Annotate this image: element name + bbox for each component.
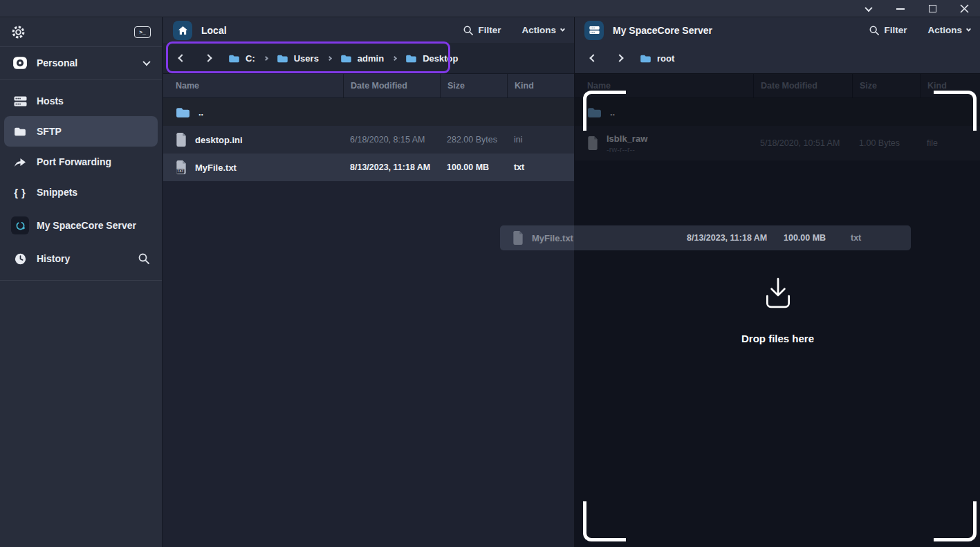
actions-button[interactable]: Actions [927, 25, 970, 35]
local-breadcrumb-bar: C: Users admin Desktop [163, 43, 574, 73]
filter-label: Filter [478, 25, 501, 35]
file-txt-icon: TXT [176, 160, 187, 174]
sidebar-item-label: Snippets [37, 187, 149, 198]
column-header-date-modified[interactable]: Date Modified [343, 74, 440, 98]
settings-gear-icon[interactable] [11, 25, 26, 39]
drop-corner-bracket [583, 91, 626, 131]
column-header-size[interactable]: Size [440, 74, 507, 98]
file-date: 6/18/2020, 8:15 AM [343, 135, 440, 145]
breadcrumb-label: admin [358, 53, 384, 64]
folder-icon [176, 106, 190, 118]
table-row-parent-dir[interactable]: .. [163, 98, 574, 126]
column-header-name[interactable]: Name [163, 74, 343, 98]
maximize-button[interactable] [916, 0, 948, 17]
curly-braces-icon: { } [12, 187, 28, 198]
vault-icon [12, 55, 28, 71]
chevron-right-icon [616, 54, 623, 62]
sidebar-item-hosts[interactable]: Hosts [0, 86, 162, 116]
workspace-selector-personal[interactable]: Personal [0, 47, 162, 79]
file-kind: txt [507, 163, 574, 172]
actions-button[interactable]: Actions [521, 25, 564, 35]
sidebar-toolbar: >_ [0, 17, 162, 46]
filter-button[interactable]: Filter [463, 25, 501, 35]
server-pane: My SpaceCore Server Filter Actions root … [574, 17, 980, 547]
table-row-myfile-txt-selected[interactable]: TXT MyFile.txt 8/13/2023, 11:18 AM 100.0… [163, 154, 574, 181]
drop-zone-overlay[interactable]: Drop files here [575, 73, 980, 547]
clock-icon [12, 253, 28, 265]
local-file-list: .. desktop.ini 6/18/2020, 8:15 AM 282.00… [163, 98, 574, 181]
sidebar-item-label: Hosts [37, 95, 149, 106]
folder-icon [340, 54, 352, 63]
divider [0, 280, 162, 281]
window-controls [853, 0, 980, 17]
chevron-down-icon [142, 58, 150, 66]
breadcrumb-item-admin[interactable]: admin [340, 53, 384, 64]
forward-arrow-icon [12, 157, 28, 167]
sidebar-item-label: SFTP [37, 126, 149, 137]
search-icon [869, 26, 879, 35]
drop-files-here-label: Drop files here [741, 333, 814, 344]
drop-corner-bracket [934, 91, 977, 131]
forward-button[interactable] [199, 49, 217, 67]
new-terminal-icon[interactable]: >_ [134, 26, 151, 38]
sidebar-item-label: My SpaceCore Server [37, 220, 149, 231]
maximize-icon [929, 5, 936, 12]
workspace-label: Personal [37, 57, 144, 68]
folder-icon [405, 54, 417, 63]
file-name: desktop.ini [195, 135, 243, 145]
local-table-header: Name Date Modified Size Kind [163, 73, 574, 98]
back-button[interactable] [173, 49, 191, 67]
sidebar: >_ Personal Hosts [0, 17, 163, 547]
breadcrumb-label: Desktop [423, 53, 458, 64]
sidebar-item-label: History [37, 253, 138, 264]
table-row-desktop-ini[interactable]: desktop.ini 6/18/2020, 8:15 AM 282.00 By… [163, 126, 574, 154]
sidebar-item-label: Port Forwarding [37, 156, 149, 167]
titlebar [0, 0, 980, 17]
sidebar-item-my-spacecore-server[interactable]: My SpaceCore Server [0, 210, 162, 241]
breadcrumb-item-root[interactable]: root [640, 53, 674, 64]
chevron-left-icon [589, 54, 597, 62]
forward-button[interactable] [611, 49, 629, 67]
sidebar-item-history[interactable]: History [0, 243, 162, 274]
breadcrumb-label: root [657, 53, 674, 64]
sidebar-item-sftp[interactable]: SFTP [4, 116, 158, 147]
file-kind: ini [507, 135, 574, 145]
local-pane-header: Local Filter Actions [163, 17, 574, 43]
filter-button[interactable]: Filter [869, 25, 907, 35]
server-breadcrumb-bar: root [575, 43, 980, 73]
breadcrumb-item-users[interactable]: Users [277, 53, 319, 64]
home-icon [173, 21, 192, 40]
sidebar-item-snippets[interactable]: { } Snippets [0, 177, 162, 207]
chevron-right-icon [393, 57, 396, 60]
close-button[interactable] [948, 0, 980, 17]
search-icon[interactable] [138, 253, 149, 264]
sidebar-item-port-forwarding[interactable]: Port Forwarding [0, 147, 162, 177]
file-name: MyFile.txt [195, 163, 237, 173]
drop-corner-bracket [934, 501, 977, 541]
back-button[interactable] [584, 49, 602, 67]
actions-label: Actions [521, 25, 556, 35]
hosts-rack-icon [12, 96, 28, 106]
file-name: .. [198, 107, 203, 118]
chevron-left-icon [178, 54, 185, 62]
spacecore-orbit-icon [12, 216, 28, 234]
close-icon [960, 4, 969, 13]
breadcrumb-label: Users [294, 53, 319, 64]
local-pane: Local Filter Actions C: Users admin [163, 17, 574, 547]
server-rack-icon [584, 21, 604, 40]
file-size: 100.00 MB [440, 163, 507, 172]
file-icon [176, 133, 187, 147]
chevron-down-icon [966, 27, 971, 32]
breadcrumb-item-drive[interactable]: C: [228, 53, 255, 64]
window-menu-button[interactable] [853, 0, 885, 17]
breadcrumb-label: C: [246, 53, 255, 64]
filter-label: Filter [884, 25, 907, 35]
svg-text:TXT: TXT [177, 169, 185, 173]
sidebar-nav: Hosts SFTP Port Forwarding { } Snippets [0, 80, 162, 281]
column-header-kind[interactable]: Kind [507, 74, 574, 98]
file-date: 8/13/2023, 11:18 AM [343, 163, 440, 172]
minimize-button[interactable] [885, 0, 916, 17]
chevron-down-icon [865, 3, 872, 11]
chevron-down-icon [560, 27, 565, 32]
breadcrumb-item-desktop[interactable]: Desktop [405, 53, 458, 64]
